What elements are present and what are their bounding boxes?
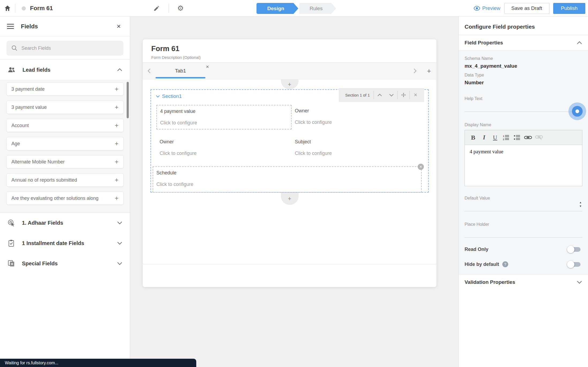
home-icon [4,5,11,12]
add-field-icon[interactable]: + [115,140,118,147]
add-field-icon[interactable]: + [115,176,118,184]
home-button[interactable] [0,5,15,12]
section-toolbar: Section 1 of 1 [339,88,424,102]
canvas-field-label: Owner [295,108,420,114]
preview-button[interactable]: Preview [474,5,500,11]
italic-button[interactable]: I [480,132,489,143]
tab-design[interactable]: Design [257,3,298,14]
sidebar-close-button[interactable]: × [115,22,123,30]
rich-text-toolbar: B I U 1 2 [465,130,582,145]
lead-fields-label: Lead fields [22,67,117,73]
active-tab-underline [156,77,205,78]
canvas-field-subject[interactable]: Subject Click to configure [292,136,423,159]
place-holder-input[interactable] [465,227,582,238]
form-canvas-card: Form 61 Form Description (Optional) Tab1… [143,39,436,287]
remove-field-button[interactable]: ✕ [418,164,424,170]
add-field-icon[interactable]: + [115,85,118,93]
form-settings-button[interactable]: ⚙ [175,3,186,13]
sidebar-scrollbar[interactable] [127,82,129,118]
hide-by-default-toggle[interactable] [568,262,581,267]
default-value-input[interactable] [465,201,582,211]
tab-tab1[interactable]: Tab1 ✕ [156,62,205,79]
edit-form-button[interactable] [152,4,161,13]
field-card[interactable]: Age + [6,137,124,150]
tab-rules[interactable]: Rules [299,3,336,14]
save-as-draft-button[interactable]: Save as Draft [504,3,549,14]
tab-close-icon[interactable]: ✕ [206,64,209,69]
canvas-field-label: Owner [160,139,288,145]
add-tab-button[interactable]: + [421,67,436,75]
publish-button[interactable]: Publish [553,3,585,14]
ordered-list-button[interactable]: 1 2 [502,132,511,143]
tab-label: Tab1 [175,68,186,74]
chevron-down-icon [117,221,122,224]
menu-icon[interactable] [7,22,14,30]
field-card[interactable]: 3 payment value + [6,101,124,114]
bullet-list-icon [514,134,521,141]
remove-link-button[interactable] [534,132,544,143]
tabs-scroll-left-button[interactable] [143,68,156,74]
read-only-label: Read Only [465,247,488,252]
svg-text:2: 2 [503,138,504,141]
data-type-label: Data Type [465,73,582,78]
plus-icon: + [288,195,291,202]
help-tooltip-icon[interactable]: ? [502,261,508,267]
add-section-below-button[interactable]: + [281,193,299,205]
search-fields-input[interactable] [21,45,112,51]
form-title[interactable]: Form 61 [151,45,428,53]
read-only-toggle[interactable] [568,247,581,252]
display-name-value[interactable]: 4 payment value [465,145,582,186]
browser-status-bubble: Waiting for rs.fullstory.com... [0,359,196,367]
section-section1[interactable]: Section1 Section 1 of 1 [150,89,429,193]
copy-plus-icon [7,260,15,267]
bullet-list-button[interactable] [512,132,522,143]
tabs-scroll-right-button[interactable] [409,68,421,74]
field-card[interactable]: 3 payment date + [6,82,124,96]
move-section-down-button[interactable] [386,94,397,97]
field-properties-section-header[interactable]: Field Properties [459,35,588,51]
add-field-icon[interactable]: + [115,122,118,129]
users-icon [7,67,16,73]
field-card[interactable]: Annual no of reports submitted + [6,173,124,187]
canvas-field-label: 4 payment value [160,109,288,114]
form-description[interactable]: Form Description (Optional) [151,55,428,60]
search-fields-box[interactable] [6,41,123,56]
field-card-label: Account [12,123,115,128]
insert-link-button[interactable] [523,132,533,143]
canvas-field-owner-2[interactable]: Owner Click to configure [156,136,292,159]
validation-properties-section-header[interactable]: Validation Properties [459,274,588,290]
sidebar-item-special-fields[interactable]: Special Fields [0,253,130,274]
add-field-icon[interactable]: + [115,194,118,202]
field-card[interactable]: Account + [6,119,124,132]
field-card[interactable]: Alternate Mobile Number + [6,155,124,169]
canvas-field-4-payment-value[interactable]: 4 payment value Click to configure [156,105,292,129]
pencil-icon [153,5,160,12]
drag-section-handle[interactable] [398,92,409,98]
chevron-down-icon [117,242,122,245]
canvas-field-hint: Click to configure [295,151,420,156]
step-up-icon[interactable]: ▲ [579,201,582,204]
canvas-field-owner-1[interactable]: Owner Click to configure [292,105,423,129]
panel-title: Configure Field properties [459,17,588,35]
step-down-icon[interactable]: ▼ [579,205,582,208]
canvas-field-schedule[interactable]: ✕ Schedule Click to configure [153,166,422,193]
section-collapse-chevron-icon[interactable] [156,95,160,98]
chevron-down-icon [577,281,582,284]
help-text-label: Help Text [465,96,582,101]
number-stepper[interactable]: ▲ ▼ [579,201,582,208]
sidebar-item-adhaar-fields[interactable]: 1. Adhaar Fields [0,213,130,233]
lead-fields-header[interactable]: Lead fields [0,60,130,80]
add-field-icon[interactable]: + [115,158,118,166]
bold-button[interactable]: B [469,132,478,143]
underline-button[interactable]: U [491,132,500,143]
sidebar-item-installment-date-fields[interactable]: 1 Installment date Fields [0,233,130,253]
field-card[interactable]: Are they evaluating other solutions alon… [6,192,124,205]
section-title[interactable]: Section1 [162,93,182,99]
form-title-topbar: Form 61 [30,5,53,12]
add-section-above-button[interactable]: + [281,79,299,89]
move-section-up-button[interactable] [374,94,386,97]
field-card-label: Alternate Mobile Number [12,159,115,165]
add-field-icon[interactable]: + [115,104,118,111]
help-text-input[interactable] [465,101,582,112]
delete-section-button[interactable]: × [410,91,421,98]
